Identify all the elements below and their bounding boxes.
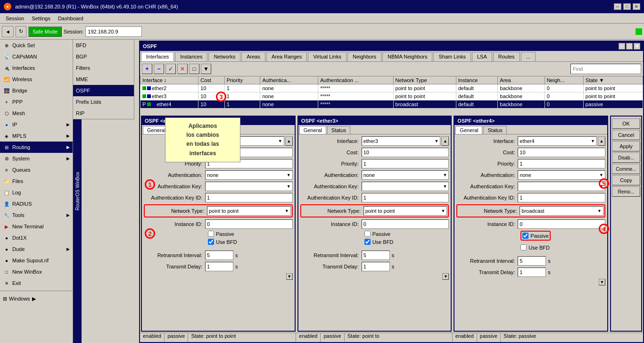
col-neigh[interactable]: Neigh...: [545, 76, 583, 84]
tab-neighbors[interactable]: Neighbors: [347, 52, 381, 61]
ether4-auth-select[interactable]: none ▼: [518, 170, 605, 180]
ether3-transmitdelay-input[interactable]: [362, 262, 390, 271]
ether2-authkey-select[interactable]: ▼: [205, 182, 293, 191]
sidebar-item-makesupout[interactable]: ● Make Supout.rif: [0, 255, 73, 266]
sidebar-item-ip[interactable]: ● IP ▶: [0, 119, 73, 130]
tab-networks[interactable]: Networks: [208, 52, 240, 61]
sidebar-item-bridge[interactable]: 🌉 Bridge: [0, 85, 73, 96]
submenu-item-bgp[interactable]: BGP: [73, 51, 134, 62]
ether3-usebfd-checkbox[interactable]: [364, 239, 371, 245]
filter-button[interactable]: ▼: [201, 64, 211, 74]
ether3-tab-general[interactable]: General: [299, 126, 326, 134]
ether2-instanceid-input[interactable]: [205, 219, 293, 229]
ether3-passive-check[interactable]: Passive: [364, 231, 449, 237]
ok-button[interactable]: OK: [612, 118, 640, 129]
ether2-usebfd-check[interactable]: Use BFD: [208, 239, 293, 245]
ether2-retransmit-input[interactable]: [205, 251, 233, 260]
ether2-interface-scroll-up[interactable]: ▲: [285, 136, 293, 146]
sidebar-item-windows[interactable]: ⊞ Windows ▶: [0, 293, 73, 304]
ether3-interface-select[interactable]: ether3 ▼: [362, 136, 441, 146]
ether2-passive-check[interactable]: Passive: [208, 231, 293, 237]
ether4-interface-select[interactable]: ether4 ▼: [518, 136, 597, 146]
ether4-retransmit-input[interactable]: [518, 256, 546, 266]
submenu-item-bfd[interactable]: BFD: [73, 40, 134, 51]
ether4-interface-scroll-up[interactable]: ▲: [598, 136, 605, 146]
sidebar-item-dot1x[interactable]: ● Dot1X: [0, 232, 73, 243]
ether3-priority-input[interactable]: [362, 159, 449, 168]
ether4-passive-check[interactable]: Passive: [520, 231, 551, 241]
ether3-usebfd-check[interactable]: Use BFD: [364, 239, 449, 245]
menu-settings[interactable]: Settings: [28, 15, 54, 22]
ether4-authkey-select[interactable]: ▼: [518, 182, 605, 191]
ether3-auth-select[interactable]: none ▼: [362, 170, 449, 180]
sidebar-item-files[interactable]: 📁 Files: [0, 176, 73, 187]
remove-button[interactable]: −: [154, 64, 164, 74]
col-state[interactable]: State ▼: [583, 76, 643, 84]
tab-interfaces[interactable]: Interfaces: [141, 52, 174, 61]
table-row[interactable]: ether2 101none***** point to pointdefaul…: [140, 84, 643, 92]
safe-mode-button[interactable]: Safe Mode: [28, 26, 62, 37]
ether3-interface-scroll-up[interactable]: ▲: [441, 136, 449, 146]
toggle-button[interactable]: □: [189, 64, 199, 74]
copy-button[interactable]: Copy: [612, 175, 640, 185]
minimize-button[interactable]: ─: [614, 3, 621, 10]
ospf-minimize-button[interactable]: ─: [619, 43, 625, 50]
close-button[interactable]: ✕: [633, 3, 640, 10]
sidebar-item-interfaces[interactable]: 🔌 Interfaces: [0, 62, 73, 74]
ether3-instanceid-input[interactable]: [362, 219, 449, 229]
ether3-nettype-select[interactable]: point to point ▼: [363, 206, 447, 216]
cancel-button[interactable]: Cancel: [612, 130, 640, 140]
ether4-scroll-down[interactable]: ▼: [599, 279, 605, 285]
menu-dashboard[interactable]: Dashboard: [54, 15, 87, 22]
ether3-scroll-down[interactable]: ▼: [442, 273, 449, 280]
sidebar-item-wireless[interactable]: 📶 Wireless: [0, 74, 73, 85]
maximize-button[interactable]: □: [623, 3, 631, 10]
sidebar-item-capsman[interactable]: 📡 CAPsMAN: [0, 51, 73, 62]
ether2-passive-checkbox[interactable]: [208, 231, 214, 237]
submenu-item-prefixlists[interactable]: Prefix Lists: [73, 96, 134, 108]
ether2-nettype-select[interactable]: point to point ▼: [207, 206, 291, 216]
sidebar-item-ppp[interactable]: + PPP: [0, 96, 73, 108]
sidebar-item-exit[interactable]: ✕ Exit: [0, 277, 73, 289]
remove-btn[interactable]: Remo...: [612, 186, 640, 197]
tab-virtual-links[interactable]: Virtual Links: [308, 52, 347, 61]
ether2-usebfd-checkbox[interactable]: [208, 239, 214, 245]
sidebar-item-tools[interactable]: 🔧 Tools ▶: [0, 209, 73, 221]
ether2-scroll-down[interactable]: ▼: [286, 273, 293, 280]
ether2-transmitdelay-input[interactable]: [205, 262, 233, 271]
ether4-usebfd-check[interactable]: Use BFD: [520, 244, 605, 251]
sidebar-item-radius[interactable]: 👤 RADIUS: [0, 198, 73, 209]
submenu-item-rip[interactable]: RIP: [73, 108, 134, 119]
submenu-item-ospf[interactable]: OSPF: [73, 85, 134, 96]
tab-areas[interactable]: Areas: [241, 52, 265, 61]
ether4-instanceid-input[interactable]: [518, 219, 605, 229]
menu-session[interactable]: Session: [2, 15, 28, 22]
ether4-priority-input[interactable]: [518, 159, 605, 168]
comment-button[interactable]: Comme...: [612, 164, 640, 174]
disable-button[interactable]: Disab...: [612, 152, 640, 163]
col-priority[interactable]: Priority: [224, 76, 260, 84]
back-button[interactable]: ◄: [2, 26, 14, 37]
sidebar-item-newterminal[interactable]: ▶ New Terminal: [0, 221, 73, 232]
sidebar-item-mesh[interactable]: ⬡ Mesh: [0, 108, 73, 119]
apply-button[interactable]: Apply: [612, 141, 640, 151]
ether4-transmitdelay-input[interactable]: [518, 268, 546, 277]
ether4-cost-input[interactable]: [518, 148, 605, 157]
col-auth2[interactable]: Authentication ...: [318, 76, 393, 84]
sidebar-item-mpls[interactable]: ◈ MPLS ▶: [0, 130, 73, 142]
ether4-nettype-select[interactable]: broadcast ▼: [520, 206, 603, 216]
ether2-authkeyid-input[interactable]: [205, 193, 293, 202]
ether3-retransmit-input[interactable]: [362, 251, 390, 260]
ospf-restore-button[interactable]: □: [626, 43, 633, 50]
sidebar-item-queues[interactable]: ≡ Queues: [0, 164, 73, 176]
col-instance[interactable]: Instance: [456, 76, 498, 84]
submenu-item-mme[interactable]: MME: [73, 74, 134, 85]
col-network-type[interactable]: Network Type: [393, 76, 456, 84]
session-input[interactable]: [85, 26, 142, 37]
ether2-auth-select[interactable]: none ▼: [205, 170, 293, 180]
sidebar-item-quickset[interactable]: ⊕ Quick Set: [0, 40, 73, 51]
ether3-tab-status[interactable]: Status: [327, 126, 350, 134]
sidebar-item-log[interactable]: 📋 Log: [0, 187, 73, 198]
tab-area-ranges[interactable]: Area Ranges: [266, 52, 307, 61]
ether4-authkeyid-input[interactable]: [518, 193, 605, 202]
